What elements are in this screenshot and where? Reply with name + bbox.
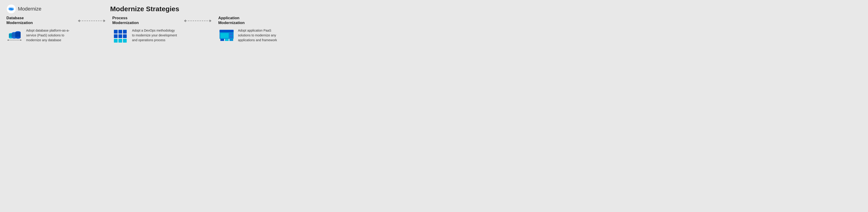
application-column-header: Application Modernization [218, 15, 283, 26]
database-column: Database Modernization [6, 15, 73, 45]
database-column-text: Adopt database platform-as-a-service (Pa… [26, 28, 71, 43]
svg-rect-31 [123, 34, 127, 38]
main-content-row: Database Modernization [6, 15, 283, 67]
application-column: Application Modernization [216, 15, 283, 45]
page-container: Modernize Modernize Strategies Database … [0, 0, 289, 71]
svg-rect-30 [118, 34, 122, 38]
modernize-logo-icon [6, 4, 16, 14]
svg-rect-8 [10, 9, 11, 10]
logo-text: Modernize [18, 6, 41, 12]
svg-marker-23 [78, 20, 80, 22]
bidirectional-arrow-1 [75, 17, 108, 24]
svg-rect-39 [219, 30, 234, 32]
svg-rect-9 [11, 9, 12, 10]
database-icon [6, 28, 23, 45]
svg-rect-26 [114, 30, 118, 33]
svg-rect-44 [225, 39, 228, 41]
svg-rect-6 [11, 8, 12, 9]
svg-rect-32 [114, 39, 118, 42]
arrow-divider-1 [73, 15, 110, 24]
svg-marker-37 [210, 20, 212, 22]
database-column-body: Adopt database platform-as-a-service (Pa… [6, 28, 71, 45]
svg-rect-5 [10, 8, 11, 9]
application-column-text: Adopt application PaaS solutions to mode… [238, 28, 283, 43]
svg-rect-45 [229, 39, 233, 41]
svg-rect-27 [118, 30, 122, 33]
process-column-body: Adopt a DevOps methodology to modernize … [112, 28, 177, 45]
svg-marker-21 [21, 39, 22, 40]
svg-rect-42 [229, 36, 232, 38]
arrow-divider-2 [179, 15, 216, 24]
svg-marker-22 [7, 39, 8, 40]
svg-marker-25 [103, 20, 105, 22]
database-column-header: Database Modernization [6, 15, 71, 26]
process-column-text: Adopt a DevOps methodology to modernize … [132, 28, 177, 43]
svg-rect-41 [229, 33, 232, 35]
process-icon [112, 28, 129, 45]
svg-rect-28 [123, 30, 127, 33]
application-icon [218, 28, 235, 45]
svg-rect-34 [123, 39, 127, 42]
svg-rect-10 [12, 9, 13, 10]
svg-point-19 [16, 36, 21, 38]
svg-rect-29 [114, 34, 118, 38]
page-title: Modernize Strategies [52, 5, 237, 13]
process-column-header: Process Modernization [112, 15, 177, 26]
application-column-body: Adopt application PaaS solutions to mode… [218, 28, 283, 45]
svg-rect-40 [220, 33, 229, 38]
svg-rect-7 [12, 8, 13, 9]
svg-marker-35 [184, 20, 186, 22]
header-row: Modernize Modernize Strategies [6, 4, 283, 14]
svg-rect-33 [118, 39, 122, 42]
logo-area: Modernize [6, 4, 52, 14]
process-column: Process Modernization [110, 15, 179, 45]
svg-rect-43 [220, 39, 224, 41]
bidirectional-arrow-2 [182, 17, 214, 24]
